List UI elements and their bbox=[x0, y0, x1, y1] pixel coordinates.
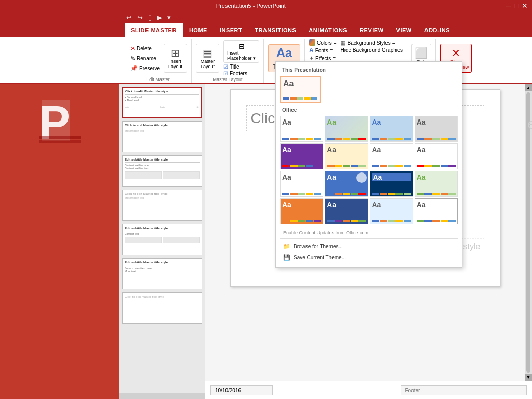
minimize-btn[interactable]: ─ bbox=[506, 2, 511, 10]
rename-label: Rename bbox=[137, 56, 156, 61]
tab-insert[interactable]: INSERT bbox=[214, 23, 248, 37]
hide-bg-btn[interactable]: Hide Background Graphics bbox=[340, 47, 403, 53]
rename-btn[interactable]: ✎ Rename bbox=[129, 54, 162, 63]
slide-3-title: Edit subtitle Master title style bbox=[125, 158, 200, 161]
effects-label: Effects = bbox=[315, 56, 336, 61]
qat-save[interactable]: ▯ bbox=[147, 14, 153, 21]
theme-office14-aa: Aa bbox=[327, 201, 366, 209]
tab-slide-master[interactable]: SLIDE MASTER bbox=[125, 23, 183, 37]
theme-office5-aa: Aa bbox=[282, 145, 321, 154]
tab-review[interactable]: REVIEW bbox=[353, 23, 390, 37]
tab-home[interactable]: HOME bbox=[183, 23, 214, 37]
bg-styles-label: Background Styles = bbox=[347, 40, 395, 46]
footers-check-icon: ☑ bbox=[223, 71, 228, 76]
theme-office11[interactable]: Aa bbox=[370, 171, 413, 197]
colors-icon bbox=[309, 39, 315, 46]
slides-scrollbar[interactable] bbox=[119, 393, 205, 399]
scroll-down-btn[interactable]: ▼ bbox=[525, 374, 532, 381]
tab-transitions[interactable]: TRANSITIONS bbox=[248, 23, 302, 37]
slide-thumb-7[interactable]: Click to edit master title style bbox=[122, 292, 202, 324]
themes-aa-icon: Aa bbox=[276, 47, 292, 59]
date-field[interactable] bbox=[210, 385, 273, 395]
save-theme-label: Save Current Theme... bbox=[294, 255, 346, 260]
master-layout-icon: ▤ bbox=[203, 47, 212, 59]
scroll-up-btn[interactable]: ▲ bbox=[525, 84, 532, 91]
bg-styles-btn[interactable]: ▦ Background Styles = bbox=[340, 39, 403, 46]
current-theme-aa: Aa bbox=[283, 79, 317, 88]
ribbon-group-edit-master: ✕ Delete ✎ Rename 📌 Preserve ⊞ InsertLay… bbox=[125, 39, 192, 83]
quick-access-toolbar: ↩ ↪ ▯ ▶ ▾ bbox=[0, 11, 532, 23]
theme-office4-aa: Aa bbox=[417, 118, 456, 126]
insert-layout-btn[interactable]: ⊞ InsertLayout bbox=[164, 44, 187, 73]
footers-checkbox[interactable]: ☑ Footers bbox=[223, 71, 259, 76]
slide-6-title: Edit subtitle Master title style bbox=[125, 261, 200, 264]
qat-dropdown[interactable]: ▾ bbox=[166, 14, 172, 21]
insert-placeholder-btn[interactable]: ⊟ InsertPlaceholder ▾ bbox=[223, 40, 259, 63]
insert-placeholder-icon: ⊟ bbox=[238, 42, 245, 50]
tab-add-ins[interactable]: ADD-INS bbox=[418, 23, 456, 37]
theme-office2-aa: Aa bbox=[327, 118, 366, 126]
theme-office9[interactable]: Aa bbox=[280, 171, 323, 197]
theme-office6[interactable]: Aa bbox=[325, 143, 368, 169]
tab-view[interactable]: VIEW bbox=[390, 23, 418, 37]
master-layout-btn[interactable]: ▤ MasterLayout bbox=[196, 44, 219, 73]
theme-office3[interactable]: Aa bbox=[370, 116, 413, 142]
master-layout-label: MasterLayout bbox=[201, 59, 215, 70]
qat-play[interactable]: ▶ bbox=[155, 14, 164, 21]
slide-thumb-5[interactable]: Edit subtitle Master title style Content… bbox=[122, 224, 202, 255]
theme-office13[interactable]: Aa bbox=[280, 198, 323, 224]
theme-office5[interactable]: Aa bbox=[280, 143, 323, 169]
theme-office15[interactable]: Aa bbox=[370, 198, 413, 224]
slide-size-icon: ⬜ bbox=[415, 47, 428, 59]
theme-office10[interactable]: Aa bbox=[325, 171, 368, 197]
slide-2-title: Click to add Master title style bbox=[125, 124, 200, 127]
footer-field[interactable] bbox=[401, 385, 527, 395]
theme-office16[interactable]: Aa bbox=[415, 198, 458, 224]
theme-office7[interactable]: Aa bbox=[370, 143, 413, 169]
title-check-icon: ☑ bbox=[223, 64, 228, 70]
preserve-icon: 📌 bbox=[130, 65, 138, 72]
preserve-btn[interactable]: 📌 Preserve bbox=[129, 64, 162, 73]
insert-layout-label: InsertLayout bbox=[168, 59, 182, 70]
theme-office1[interactable]: Aa bbox=[280, 116, 323, 142]
save-theme-action[interactable]: 💾 Save Current Theme... bbox=[280, 252, 458, 263]
title-bar-text: Presentation5 - PowerPoint bbox=[0, 3, 502, 9]
slide-thumb-6[interactable]: Edit subtitle Master title style Some co… bbox=[122, 258, 202, 289]
close-master-icon: ✕ bbox=[451, 47, 460, 59]
fonts-btn[interactable]: A Fonts = bbox=[309, 47, 337, 54]
slide-thumb-1[interactable]: Click to edit Master title style • Secon… bbox=[122, 87, 202, 118]
theme-office15-aa: Aa bbox=[372, 201, 411, 209]
title-checkbox[interactable]: ☑ Title bbox=[223, 64, 259, 70]
svg-rect-4 bbox=[39, 140, 81, 143]
maximize-btn[interactable]: □ bbox=[514, 2, 518, 10]
theme-office8[interactable]: Aa bbox=[415, 143, 458, 169]
theme-office7-aa: Aa bbox=[372, 145, 411, 154]
theme-office14[interactable]: Aa bbox=[325, 198, 368, 224]
colors-btn[interactable]: Colors = bbox=[309, 39, 337, 46]
save-theme-icon: 💾 bbox=[283, 254, 290, 261]
theme-office3-aa: Aa bbox=[372, 118, 411, 126]
master-layout-group-label: Master Layout bbox=[213, 77, 243, 83]
slide-thumb-3[interactable]: Edit subtitle Master title style Content… bbox=[122, 155, 202, 187]
theme-office12-aa: Aa bbox=[417, 173, 456, 181]
slide-thumb-2[interactable]: Click to add Master title style presenta… bbox=[122, 121, 202, 152]
theme-office2[interactable]: Aa bbox=[325, 116, 368, 142]
rename-icon: ✎ bbox=[130, 55, 135, 62]
close-btn[interactable]: ✕ bbox=[522, 2, 528, 10]
browse-themes-action[interactable]: 📁 Browse for Themes... bbox=[280, 241, 458, 252]
delete-btn[interactable]: ✕ Delete bbox=[129, 44, 162, 53]
slide-thumbnails-area: Click to edit Master title style • Secon… bbox=[119, 84, 205, 393]
master-layout-buttons: ▤ MasterLayout ⊟ InsertPlaceholder ▾ ☑ T… bbox=[196, 39, 259, 77]
theme-office12[interactable]: Aa bbox=[415, 171, 458, 197]
qat-redo[interactable]: ↪ bbox=[136, 14, 144, 21]
theme-office16-aa: Aa bbox=[417, 201, 456, 209]
office-themes-grid: Aa Aa Aa Aa bbox=[280, 116, 458, 224]
tab-animations[interactable]: ANIMATIONS bbox=[302, 23, 353, 37]
current-theme-item[interactable]: Aa bbox=[280, 76, 321, 103]
slide-thumb-4[interactable]: Click to edit Master title style present… bbox=[122, 190, 202, 221]
powerpoint-logo-panel: P bbox=[0, 84, 119, 399]
ribbon-group-master-layout: ▤ MasterLayout ⊟ InsertPlaceholder ▾ ☑ T… bbox=[192, 39, 264, 83]
qat-undo[interactable]: ↩ bbox=[125, 14, 134, 21]
theme-office4[interactable]: Aa bbox=[415, 116, 458, 142]
scroll-thumb[interactable] bbox=[526, 92, 530, 373]
